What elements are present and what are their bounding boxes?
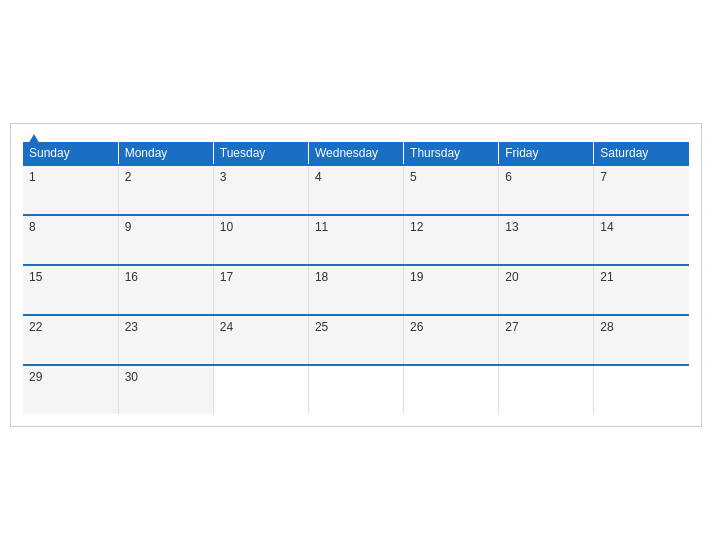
calendar-day-cell: 14 [594,215,689,265]
calendar-day-cell: 11 [308,215,403,265]
calendar-day-cell: 3 [213,165,308,215]
calendar-day-cell: 2 [118,165,213,215]
day-number: 19 [410,270,423,284]
calendar-day-cell: 20 [499,265,594,315]
calendar-day-cell: 4 [308,165,403,215]
calendar-day-cell: 10 [213,215,308,265]
calendar-day-cell: 13 [499,215,594,265]
weekday-header: Tuesday [213,142,308,165]
calendar-day-cell: 27 [499,315,594,365]
calendar-day-cell: 16 [118,265,213,315]
day-number: 29 [29,370,42,384]
calendar-wrapper: SundayMondayTuesdayWednesdayThursdayFrid… [10,123,702,427]
logo [23,134,41,146]
day-number: 3 [220,170,227,184]
weekday-header: Wednesday [308,142,403,165]
weekday-header: Monday [118,142,213,165]
day-number: 27 [505,320,518,334]
calendar-day-cell: 21 [594,265,689,315]
day-number: 8 [29,220,36,234]
calendar-day-cell: 23 [118,315,213,365]
day-number: 30 [125,370,138,384]
day-number: 20 [505,270,518,284]
calendar-day-cell: 28 [594,315,689,365]
day-number: 18 [315,270,328,284]
calendar-day-cell: 17 [213,265,308,315]
day-number: 28 [600,320,613,334]
day-number: 13 [505,220,518,234]
calendar-day-cell: 24 [213,315,308,365]
calendar-thead: SundayMondayTuesdayWednesdayThursdayFrid… [23,142,689,165]
day-number: 2 [125,170,132,184]
calendar-week-row: 891011121314 [23,215,689,265]
calendar-day-cell: 22 [23,315,118,365]
day-number: 6 [505,170,512,184]
calendar-day-cell: 12 [404,215,499,265]
logo-triangle-icon [27,134,41,146]
calendar-body: 1234567891011121314151617181920212223242… [23,165,689,414]
calendar-day-cell: 26 [404,315,499,365]
day-number: 15 [29,270,42,284]
calendar-day-cell: 5 [404,165,499,215]
calendar-grid: SundayMondayTuesdayWednesdayThursdayFrid… [23,142,689,414]
weekday-header: Saturday [594,142,689,165]
weekday-header: Thursday [404,142,499,165]
calendar-day-cell [213,365,308,414]
day-number: 5 [410,170,417,184]
logo-blue-text [23,134,41,146]
calendar-day-cell: 18 [308,265,403,315]
calendar-day-cell [308,365,403,414]
weekday-header-row: SundayMondayTuesdayWednesdayThursdayFrid… [23,142,689,165]
calendar-day-cell: 6 [499,165,594,215]
calendar-day-cell: 25 [308,315,403,365]
calendar-week-row: 2930 [23,365,689,414]
day-number: 14 [600,220,613,234]
day-number: 11 [315,220,328,234]
calendar-day-cell [499,365,594,414]
calendar-day-cell: 29 [23,365,118,414]
calendar-day-cell: 30 [118,365,213,414]
calendar-week-row: 15161718192021 [23,265,689,315]
day-number: 9 [125,220,132,234]
day-number: 17 [220,270,233,284]
calendar-day-cell: 15 [23,265,118,315]
calendar-week-row: 1234567 [23,165,689,215]
calendar-day-cell: 7 [594,165,689,215]
day-number: 7 [600,170,607,184]
day-number: 21 [600,270,613,284]
calendar-day-cell [404,365,499,414]
calendar-day-cell: 1 [23,165,118,215]
weekday-header: Friday [499,142,594,165]
day-number: 16 [125,270,138,284]
calendar-day-cell: 8 [23,215,118,265]
calendar-week-row: 22232425262728 [23,315,689,365]
day-number: 25 [315,320,328,334]
day-number: 1 [29,170,36,184]
day-number: 12 [410,220,423,234]
day-number: 4 [315,170,322,184]
calendar-day-cell: 19 [404,265,499,315]
day-number: 22 [29,320,42,334]
calendar-day-cell: 9 [118,215,213,265]
day-number: 24 [220,320,233,334]
day-number: 26 [410,320,423,334]
day-number: 23 [125,320,138,334]
calendar-day-cell [594,365,689,414]
day-number: 10 [220,220,233,234]
